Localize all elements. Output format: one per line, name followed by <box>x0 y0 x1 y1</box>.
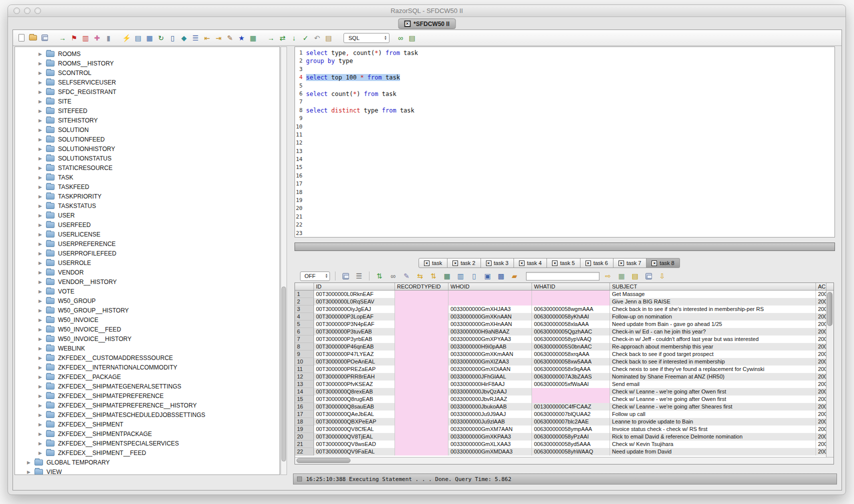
stepper-arrows-icon[interactable]: ▲▼ <box>384 36 387 40</box>
table-search-input[interactable] <box>526 272 600 280</box>
cell-whoid[interactable]: 0033000000JbukoAAB <box>448 403 532 410</box>
cell-whatid[interactable] <box>532 290 610 298</box>
cell-id[interactable]: 00T3000000P46qnEAB <box>314 343 395 350</box>
tree-scrollbar[interactable] <box>280 46 287 475</box>
cell-id[interactable]: 00T3000000QV8CfEAL <box>314 426 395 433</box>
cell-whoid[interactable]: 0033000000Ju9zlAAB <box>448 418 532 426</box>
disclosure-triangle-icon[interactable]: ▶ <box>38 374 46 380</box>
cell-whatid[interactable]: 006300000058ympAAA <box>532 426 610 433</box>
cell-id[interactable]: 00T3000000QV9FaEAL <box>314 448 395 456</box>
close-result-tab-icon[interactable]: ✕ <box>486 260 492 266</box>
cell-whatid[interactable]: 00630000007blc2AAE <box>532 418 610 426</box>
column-header-whatid[interactable]: WHATID <box>532 283 610 290</box>
cell-whoid[interactable]: 0033000000GmXKnAAN <box>448 313 532 320</box>
tree-item[interactable]: ▶ZKFEDEX__SHIPMENT <box>15 420 280 429</box>
cell-subject[interactable]: Follow up call <box>610 410 816 418</box>
cell-id[interactable]: 00T3000000QBXPeEAP <box>314 418 395 426</box>
cell-whoid[interactable]: 0033000000GmXHJAA3 <box>448 306 532 313</box>
cell-recordtypeid[interactable] <box>395 373 448 380</box>
tree-item[interactable]: ▶W50_INVOICE__FEED <box>15 324 280 334</box>
tree-item[interactable]: ▶SFDC_REGISTRANT <box>15 87 280 96</box>
disclosure-triangle-icon[interactable]: ▶ <box>38 175 46 180</box>
cell-whatid[interactable]: 006300000058xrqAAA <box>532 350 610 358</box>
cell-whatid[interactable]: 00630000007blQUAA2 <box>532 410 610 418</box>
cell-whatid[interactable]: 006300000058xlaAAA <box>532 320 610 328</box>
cell-ac[interactable]: 200 <box>816 440 826 448</box>
favorites-icon[interactable]: ▥ <box>80 33 90 43</box>
result-tab[interactable]: ✕task 2 <box>448 258 480 268</box>
cell-ac[interactable]: 200 <box>816 313 826 320</box>
row-number[interactable]: 22 <box>295 448 314 456</box>
tree-item[interactable]: ▶ZKFEDEX__INTERNATIONALCOMMODITY <box>15 362 280 372</box>
disclosure-triangle-icon[interactable]: ▶ <box>38 450 46 456</box>
disclosure-triangle-icon[interactable]: ▶ <box>38 108 46 114</box>
cell-subject[interactable]: Need update from David <box>610 448 816 456</box>
copy-clipboard-icon[interactable]: ▤ <box>324 33 334 43</box>
cell-subject[interactable]: Check back to see if good target prospec… <box>610 350 816 358</box>
cell-whatid[interactable]: 006300000058wgmAAA <box>532 306 610 313</box>
tree-item[interactable]: ▶WEBLINK <box>15 344 280 353</box>
close-result-tab-icon[interactable]: ✕ <box>552 260 558 266</box>
row-number[interactable]: 14 <box>295 388 314 396</box>
cell-subject[interactable]: Rick to email David & reference Delmonte… <box>610 433 816 440</box>
tree-item[interactable]: ▶TASK <box>15 172 280 182</box>
close-result-tab-icon[interactable]: ✕ <box>618 260 624 266</box>
minimize-window-button[interactable] <box>24 8 30 14</box>
disclosure-triangle-icon[interactable]: ▶ <box>38 99 46 104</box>
table-vscroll-thumb[interactable] <box>827 292 832 326</box>
cell-whatid[interactable] <box>532 388 610 396</box>
go-arrow-icon[interactable]: ⇨ <box>603 271 613 281</box>
row-number[interactable]: 20 <box>295 433 314 440</box>
cell-whatid[interactable]: 00630000005QgzhAAC <box>532 328 610 336</box>
disclosure-triangle-icon[interactable]: ▶ <box>38 242 46 246</box>
row-number[interactable]: 8 <box>295 343 314 350</box>
row-number[interactable]: 13 <box>295 380 314 388</box>
cell-ac[interactable]: 200 <box>816 380 826 388</box>
stepper-arrows-icon[interactable]: ▲▼ <box>325 274 328 278</box>
fetch-down-icon[interactable]: ↓ <box>289 33 299 43</box>
cell-whoid[interactable]: 0033000000GmXOiAAN <box>448 366 532 373</box>
tree-item[interactable]: ▶ZKFEDEX__SHIPMENT__FEED <box>15 448 280 458</box>
column-header-whoid[interactable]: WHOID <box>448 283 532 290</box>
generate-ddl-icon[interactable]: ✚ <box>92 33 102 43</box>
save-changes-icon[interactable] <box>644 271 654 281</box>
tree-item[interactable]: ▶ZKFEDEX__SHIPMENTPACKAGE <box>15 429 280 438</box>
cell-whatid[interactable]: 006300000058yKhAAI <box>532 313 610 320</box>
cell-subject[interactable]: Check back to see if interested in membe… <box>610 358 816 366</box>
tree-item[interactable]: ▶ZKFEDEX__SHIPMATEGENERALSETTINGS <box>15 382 280 391</box>
cell-id[interactable]: 00T3000000PfvKSEAZ <box>314 380 395 388</box>
row-number[interactable]: 18 <box>295 418 314 426</box>
zoom-window-button[interactable] <box>34 8 41 14</box>
row-number[interactable]: 4 <box>295 313 314 320</box>
disclosure-triangle-icon[interactable]: ▶ <box>38 336 46 342</box>
tree-item[interactable]: ▶SOLUTIONSTATUS <box>15 154 280 163</box>
programming-guide-icon[interactable]: ▯ <box>168 33 178 43</box>
tree-item[interactable]: ▶TASKSTATUS <box>15 201 280 210</box>
tree-item[interactable]: ▶W50_GROUP__HISTORY <box>15 306 280 315</box>
disclosure-triangle-icon[interactable]: ▶ <box>38 156 46 161</box>
disclosure-triangle-icon[interactable]: ▶ <box>27 460 34 465</box>
tree-item[interactable]: ▶W50_GROUP <box>15 296 280 306</box>
cell-subject[interactable]: Check w/ Leanne - we're going after Shea… <box>610 403 816 410</box>
cell-subject[interactable]: Follow-up on nomination <box>610 313 816 320</box>
increase-indent-icon[interactable]: ⇥ <box>214 33 224 43</box>
cell-id[interactable]: 00T3000000L0RknEAF <box>314 290 395 298</box>
copy-rows-icon[interactable]: ▣ <box>482 271 492 281</box>
save-file-icon[interactable] <box>40 33 50 43</box>
open-file-icon[interactable] <box>28 33 38 43</box>
view-record-icon[interactable]: ▯ <box>469 271 479 281</box>
database-tree[interactable]: ▶ROOMS▶ROOMS__HISTORY▶SCONTROL▶SELFSERVI… <box>14 46 280 475</box>
cell-subject[interactable]: Get Massage <box>610 290 816 298</box>
close-tab-icon[interactable]: ✕ <box>404 20 410 27</box>
cell-recordtypeid[interactable] <box>395 290 448 298</box>
tree-item[interactable]: ▶W50_INVOICE <box>15 315 280 324</box>
cell-ac[interactable]: 200 <box>816 396 826 403</box>
cell-whatid[interactable] <box>532 298 610 306</box>
close-result-tab-icon[interactable]: ✕ <box>586 260 591 266</box>
tree-item[interactable]: ▶SELFSERVICEUSER <box>15 78 280 87</box>
cell-subject[interactable]: Check w/ Leanne - we're going after Owen… <box>610 388 816 396</box>
cell-whoid[interactable]: 0033000000GmXKmAAN <box>448 350 532 358</box>
cell-whatid[interactable]: 00630000005xfWaAAI <box>532 380 610 388</box>
tree-item[interactable]: ▶TASKPRIORITY <box>15 192 280 201</box>
row-number[interactable]: 1 <box>295 290 314 298</box>
